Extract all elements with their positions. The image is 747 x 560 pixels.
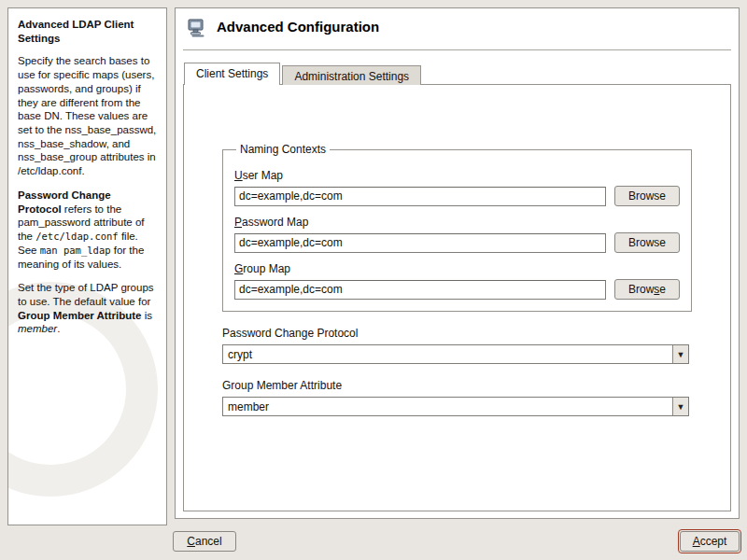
- group-map-label: Group Map: [234, 262, 680, 275]
- group-map-browse-button[interactable]: Browse: [614, 279, 680, 300]
- client-settings-content: Naming Contexts User Map Browse Password…: [222, 143, 692, 416]
- password-map-input[interactable]: [234, 233, 606, 253]
- group-map-input[interactable]: [234, 280, 606, 300]
- password-protocol-block: Password Change Protocol crypt ▼: [222, 327, 692, 364]
- group-member-label: Group Member Attribute: [222, 379, 692, 392]
- help-title: Advanced LDAP Client Settings: [18, 18, 157, 45]
- help-paragraph-groups: Set the type of LDAP groups to use. The …: [18, 281, 157, 336]
- computer-icon: [187, 18, 207, 38]
- group-member-combobox[interactable]: member ▼: [222, 397, 689, 416]
- password-protocol-value: crypt: [223, 345, 672, 363]
- user-map-browse-button[interactable]: Browse: [614, 186, 680, 206]
- naming-contexts-group: Naming Contexts User Map Browse Password…: [222, 143, 692, 312]
- chevron-down-icon[interactable]: ▼: [672, 345, 688, 363]
- ldap-advanced-dialog: Advanced LDAP Client Settings Specify th…: [0, 0, 747, 560]
- tab-administration-settings[interactable]: Administration Settings: [282, 65, 421, 85]
- tab-bar: Client Settings Administration Settings: [184, 63, 421, 85]
- group-map-row: Group Map Browse: [234, 262, 680, 300]
- user-map-input[interactable]: [234, 187, 606, 206]
- password-map-browse-button[interactable]: Browse: [614, 232, 680, 253]
- user-map-row: User Map Browse: [234, 169, 680, 206]
- client-settings-panel: Naming Contexts User Map Browse Password…: [183, 84, 731, 511]
- naming-contexts-legend: Naming Contexts: [236, 143, 330, 156]
- accept-button[interactable]: Accept: [680, 531, 740, 552]
- help-panel: Advanced LDAP Client Settings Specify th…: [7, 7, 167, 525]
- password-protocol-label: Password Change Protocol: [222, 327, 692, 340]
- group-member-block: Group Member Attribute member ▼: [222, 379, 692, 416]
- cancel-button[interactable]: Cancel: [173, 531, 236, 552]
- header-divider: [183, 49, 731, 50]
- user-map-label: User Map: [234, 169, 680, 182]
- dialog-header: Advanced Configuration: [183, 16, 731, 44]
- help-text: Advanced LDAP Client Settings Specify th…: [8, 8, 166, 356]
- code-etc-ldap-conf: /etc/ldap.conf: [35, 231, 119, 242]
- accept-default-ring: Accept: [678, 529, 741, 553]
- tab-client-settings[interactable]: Client Settings: [184, 63, 280, 85]
- password-map-label: Password Map: [234, 216, 680, 229]
- help-paragraph-protocol: Password Change Protocol refers to the p…: [18, 189, 157, 271]
- chevron-down-icon[interactable]: ▼: [672, 398, 688, 415]
- main-panel: Advanced Configuration Client Settings A…: [175, 7, 740, 519]
- help-paragraph-maps: Specify the search bases to use for spec…: [18, 54, 157, 177]
- group-member-value: member: [223, 398, 672, 415]
- password-map-row: Password Map Browse: [234, 216, 680, 253]
- code-man-pam-ldap: man pam_ldap: [40, 245, 111, 256]
- password-protocol-combobox[interactable]: crypt ▼: [222, 344, 689, 364]
- page-title: Advanced Configuration: [217, 19, 379, 35]
